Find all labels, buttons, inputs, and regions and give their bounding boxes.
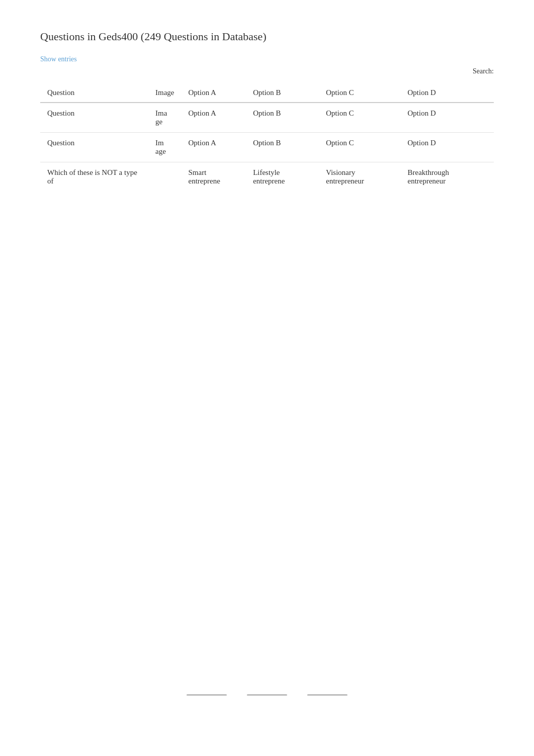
col-header-option-b: Option B [246,83,319,103]
cell-option_c-row-2: Visionary entrepreneur [319,162,400,192]
cell-image-row-2 [148,162,181,192]
search-label: Search: [473,67,494,75]
cell-option_c-row-1: Option C [319,133,400,162]
page-title: Questions in Geds400 (249 Questions in D… [40,30,494,43]
cell-image-row-0: Ima ge [148,103,181,133]
cell-option_d-row-0: Option D [400,103,494,133]
pagination-item-1 [187,694,227,696]
table-row: QuestionIm ageOption AOption BOption COp… [40,133,494,162]
cell-option_a-row-0: Option A [182,103,246,133]
questions-table: Question Image Option A Option B Option … [40,83,494,192]
cell-option_b-row-0: Option B [246,103,319,133]
cell-option_a-row-2: Smart entreprene [182,162,246,192]
col-header-image: Image [148,83,181,103]
cell-option_c-row-0: Option C [319,103,400,133]
col-header-question: Question [40,83,148,103]
pagination [187,694,347,716]
col-header-option-c: Option C [319,83,400,103]
cell-question-row-1: Question [40,133,148,162]
col-header-option-d: Option D [400,83,494,103]
pagination-item-2 [247,694,287,696]
cell-question-row-0: Question [40,103,148,133]
cell-option_d-row-2: Breakthrough entrepreneur [400,162,494,192]
table-row: Which of these is NOT a type ofSmart ent… [40,162,494,192]
col-header-option-a: Option A [182,83,246,103]
table-row: QuestionIma geOption AOption BOption COp… [40,103,494,133]
cell-question-row-2: Which of these is NOT a type of [40,162,148,192]
cell-image-row-1: Im age [148,133,181,162]
cell-option_d-row-1: Option D [400,133,494,162]
cell-option_b-row-2: Lifestyle entreprene [246,162,319,192]
pagination-item-3 [307,694,347,696]
cell-option_b-row-1: Option B [246,133,319,162]
cell-option_a-row-1: Option A [182,133,246,162]
show-entries-link[interactable]: Show entries [40,55,494,63]
questions-table-wrapper: Question Image Option A Option B Option … [40,83,494,192]
table-header-row: Question Image Option A Option B Option … [40,83,494,103]
